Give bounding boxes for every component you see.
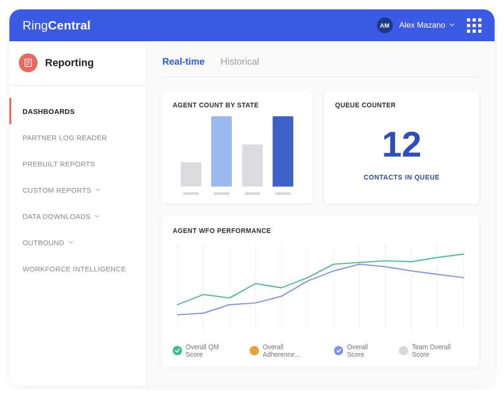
tab-historical[interactable]: Historical (221, 56, 259, 67)
sidebar-item-dashboards[interactable]: DASHBOARDS (9, 98, 146, 124)
legend-item[interactable]: Overall QM Score (173, 343, 237, 358)
sidebar-item-custom-reports[interactable]: CUSTOM REPORTS (9, 177, 146, 203)
cards-row: AGENT COUNT BY STATE QUEUE COUNTER 12 CO… (162, 91, 479, 203)
sidebar-item-label: DATA DOWNLOADS (23, 212, 91, 220)
tabs: Real-timeHistorical (162, 41, 479, 77)
bar (211, 116, 232, 195)
legend: Overall QM ScoreOverall Adherence...Over… (173, 343, 468, 358)
bar-chart (173, 115, 301, 195)
topbar: RingCentral AM Alex Mazano (9, 9, 495, 41)
tab-real-time[interactable]: Real-time (162, 56, 205, 67)
line-chart (173, 241, 468, 335)
legend-item[interactable]: Team Overall Score (399, 343, 468, 358)
card-queue-counter: QUEUE COUNTER 12 CONTACTS IN QUEUE (325, 91, 479, 203)
apps-menu-icon[interactable] (467, 18, 481, 33)
sidebar-header: Reporting (9, 41, 146, 86)
sidebar-item-prebuilt-reports[interactable]: PREBUILT REPORTS (9, 150, 146, 177)
avatar[interactable]: AM (377, 17, 393, 33)
card-agent-wfo: AGENT WFO PERFORMANCE Overall QM ScoreOv… (162, 217, 479, 367)
legend-label: Overall Adherence... (263, 343, 321, 358)
bar-label-placeholder (214, 192, 229, 195)
sidebar-item-data-downloads[interactable]: DATA DOWNLOADS (9, 203, 146, 229)
avatar-initials: AM (380, 22, 389, 29)
bar (181, 162, 201, 195)
chevron-down-icon (68, 239, 74, 247)
brand-suffix: Central (48, 18, 91, 32)
card-title: AGENT WFO PERFORMANCE (173, 227, 468, 234)
reporting-icon (19, 53, 38, 72)
sidebar: Reporting DASHBOARDSPARTNER LOG READERPR… (9, 41, 146, 385)
legend-label: Overall Score (347, 343, 386, 358)
user-name[interactable]: Alex Mazano (399, 21, 445, 30)
legend-label: Overall QM Score (186, 343, 237, 358)
body: Reporting DASHBOARDSPARTNER LOG READERPR… (9, 41, 495, 385)
sidebar-item-label: OUTBOUND (23, 239, 64, 247)
sidebar-item-label: PREBUILT REPORTS (23, 160, 95, 168)
legend-dot-icon (250, 346, 259, 355)
sidebar-item-label: DASHBOARDS (23, 107, 75, 115)
bar-rect (273, 116, 293, 187)
card-agent-count: AGENT COUNT BY STATE (162, 91, 312, 203)
bar (273, 116, 293, 195)
bar-label-placeholder (183, 192, 199, 195)
brand-logo: RingCentral (23, 18, 91, 33)
sidebar-item-label: WORKFORCE INTELLIGENCE (23, 265, 126, 273)
sidebar-item-outbound[interactable]: OUTBOUND (9, 229, 146, 255)
bar-label-placeholder (244, 192, 260, 195)
sidebar-item-label: PARTNER LOG READER (23, 134, 107, 142)
sidebar-item-label: CUSTOM REPORTS (23, 186, 92, 194)
legend-dot-icon (334, 346, 344, 355)
chevron-down-icon (95, 186, 101, 194)
bar (242, 144, 263, 195)
queue-subtitle: CONTACTS IN QUEUE (364, 173, 440, 181)
card-title: AGENT COUNT BY STATE (173, 101, 301, 109)
legend-dot-icon (399, 346, 408, 355)
bar-rect (181, 162, 201, 187)
legend-item[interactable]: Overall Adherence... (250, 343, 321, 358)
legend-item[interactable]: Overall Score (334, 343, 386, 358)
bar-label-placeholder (275, 192, 291, 195)
app-frame: RingCentral AM Alex Mazano (9, 9, 495, 385)
brand-prefix: Ring (23, 18, 48, 32)
sidebar-nav: DASHBOARDSPARTNER LOG READERPREBUILT REP… (9, 86, 146, 282)
sidebar-item-partner-log-reader[interactable]: PARTNER LOG READER (9, 124, 146, 150)
chevron-down-icon (94, 212, 100, 220)
bar-rect (242, 144, 263, 187)
bar-rect (211, 116, 232, 187)
sidebar-item-workforce-intelligence[interactable]: WORKFORCE INTELLIGENCE (9, 255, 146, 282)
legend-label: Team Overall Score (412, 343, 468, 358)
sidebar-title: Reporting (45, 57, 94, 69)
main: Real-timeHistorical AGENT COUNT BY STATE… (146, 41, 495, 385)
chevron-down-icon[interactable] (449, 21, 455, 30)
card-title: QUEUE COUNTER (335, 101, 468, 109)
legend-dot-icon (173, 346, 182, 355)
queue-value: 12 (382, 127, 422, 162)
